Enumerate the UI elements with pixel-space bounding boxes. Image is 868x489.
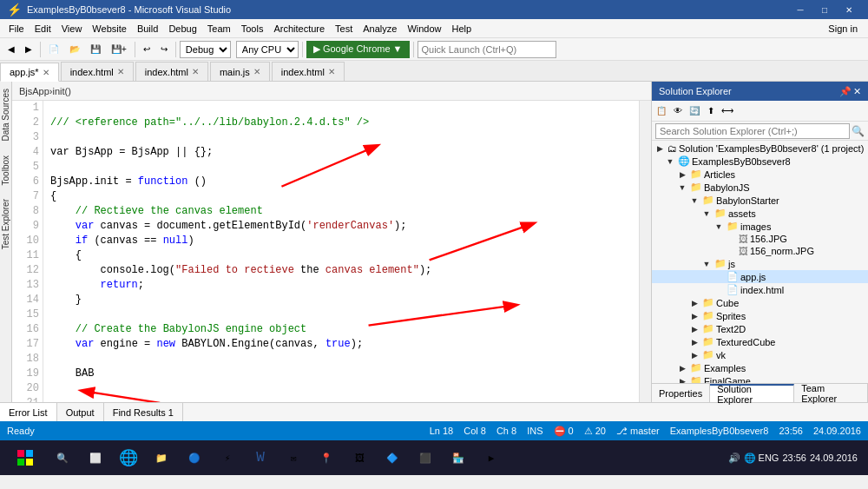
taskbar-vs[interactable]: ⚡ bbox=[212, 441, 243, 474]
tree-articles[interactable]: ▶ 📁 Articles bbox=[652, 168, 868, 181]
menu-debug[interactable]: Debug bbox=[163, 22, 201, 36]
menu-test[interactable]: Test bbox=[330, 22, 358, 36]
taskbar-maps[interactable]: 📍 bbox=[311, 441, 342, 474]
toolbox-label[interactable]: Toolbox bbox=[0, 149, 11, 192]
toolbar-back[interactable]: ◀ bbox=[3, 41, 19, 58]
tree-babylonstarter[interactable]: ▼ 📁 BabylonStarter bbox=[652, 194, 868, 207]
sol-refresh-btn[interactable]: 🔄 bbox=[687, 103, 702, 119]
taskbar-cmd[interactable]: ⬛ bbox=[410, 441, 441, 474]
menu-tools[interactable]: Tools bbox=[236, 22, 269, 36]
menu-team[interactable]: Team bbox=[202, 22, 236, 36]
taskbar-blender[interactable]: 🔷 bbox=[377, 441, 408, 474]
toolbar-save[interactable]: 💾 bbox=[86, 41, 105, 58]
maximize-button[interactable]: □ bbox=[812, 0, 837, 19]
tab-close-appjs[interactable]: ✕ bbox=[43, 68, 49, 77]
tree-appjs[interactable]: 📄 app.js bbox=[652, 270, 868, 283]
tab-appjs[interactable]: app.js* ✕ bbox=[0, 63, 59, 82]
sol-pin-button[interactable]: 📌 bbox=[839, 86, 852, 97]
debug-config-select[interactable]: Debug bbox=[180, 41, 231, 58]
menu-architecture[interactable]: Architecture bbox=[268, 22, 330, 36]
code-editor[interactable]: /// <reference path="../../lib/babylon.2… bbox=[43, 101, 639, 402]
sol-tab-solution-explorer[interactable]: Solution Explorer bbox=[710, 384, 794, 402]
tree-156normjpg[interactable]: 🖼 156_norm.JPG bbox=[652, 245, 868, 257]
sol-show-all-btn[interactable]: 👁 bbox=[670, 103, 686, 119]
taskbar-word[interactable]: W bbox=[245, 441, 276, 474]
menu-help[interactable]: Help bbox=[447, 22, 477, 36]
toolbar-new[interactable]: 📄 bbox=[44, 41, 63, 58]
menu-window[interactable]: Window bbox=[402, 22, 446, 36]
tree-solution[interactable]: ▶ 🗂 Solution 'ExamplesByB0bsever8' (1 pr… bbox=[652, 142, 868, 155]
menu-view[interactable]: View bbox=[56, 22, 88, 36]
toolbar-open[interactable]: 📂 bbox=[65, 41, 84, 58]
solution-tree[interactable]: ▶ 🗂 Solution 'ExamplesByB0bsever8' (1 pr… bbox=[652, 141, 868, 383]
tree-js[interactable]: ▼ 📁 js bbox=[652, 257, 868, 270]
tree-assets[interactable]: ▼ 📁 assets bbox=[652, 207, 868, 220]
texturedcube-label: TexturedCube bbox=[716, 337, 776, 347]
menu-website[interactable]: Website bbox=[87, 22, 132, 36]
tab-indexhtml1[interactable]: index.html ✕ bbox=[61, 62, 134, 81]
menu-build[interactable]: Build bbox=[132, 22, 163, 36]
toolbar-redo[interactable]: ↪ bbox=[156, 41, 172, 58]
tree-indexhtml-bs[interactable]: 📄 index.html bbox=[652, 283, 868, 296]
sol-sync-btn[interactable]: ⟷ bbox=[720, 103, 735, 119]
menu-edit[interactable]: Edit bbox=[30, 22, 56, 36]
menu-file[interactable]: File bbox=[3, 22, 30, 36]
cpu-select[interactable]: Any CPU bbox=[236, 41, 299, 58]
tree-finalgame[interactable]: ▶ 📁 FinalGame bbox=[652, 374, 868, 383]
sol-tab-team-explorer[interactable]: Team Explorer bbox=[794, 384, 868, 402]
close-button[interactable]: ✕ bbox=[837, 0, 861, 19]
taskbar-media[interactable]: ▶ bbox=[476, 441, 507, 474]
tab-indexhtml3[interactable]: index.html ✕ bbox=[272, 62, 345, 81]
tree-babylonjs[interactable]: ▼ 📁 BabylonJS bbox=[652, 181, 868, 194]
solution-search-input[interactable] bbox=[655, 123, 850, 139]
tree-texturedcube[interactable]: ▶ 📁 TexturedCube bbox=[652, 335, 868, 348]
tree-cube[interactable]: ▶ 📁 Cube bbox=[652, 296, 868, 309]
menu-analyze[interactable]: Analyze bbox=[358, 22, 402, 36]
tree-examples[interactable]: ▶ 📁 Examples bbox=[652, 361, 868, 374]
taskbar-taskview[interactable]: ⬜ bbox=[80, 441, 111, 474]
datasources-label[interactable]: Data Sources bbox=[0, 82, 11, 149]
taskbar-search[interactable]: 🔍 bbox=[47, 441, 78, 474]
texturedcube-arrow: ▶ bbox=[688, 338, 700, 347]
tab-close-indexhtml3[interactable]: ✕ bbox=[328, 67, 335, 76]
tab-output[interactable]: Output bbox=[57, 403, 104, 421]
tab-close-indexhtml2[interactable]: ✕ bbox=[192, 67, 199, 76]
window-controls[interactable]: ─ □ ✕ bbox=[788, 0, 861, 19]
tab-find-results[interactable]: Find Results 1 bbox=[104, 403, 183, 421]
run-button[interactable]: ▶ Google Chrome ▼ bbox=[306, 41, 410, 58]
taskbar-edge[interactable]: 🌐 bbox=[113, 441, 144, 474]
toolbar-save-all[interactable]: 💾+ bbox=[107, 41, 131, 58]
code-scrollbar[interactable] bbox=[639, 101, 651, 402]
tree-vk[interactable]: ▶ 📁 vk bbox=[652, 348, 868, 361]
tab-mainjs[interactable]: main.js ✕ bbox=[210, 62, 270, 81]
sol-close-button[interactable]: ✕ bbox=[853, 86, 861, 97]
status-date: 24.09.2016 bbox=[813, 426, 861, 437]
toolbar-forward[interactable]: ▶ bbox=[21, 41, 36, 58]
taskbar-photos[interactable]: 🖼 bbox=[344, 441, 375, 474]
sol-collapse-btn[interactable]: ⬆ bbox=[703, 103, 719, 119]
minimize-button[interactable]: ─ bbox=[788, 0, 812, 19]
tab-error-list[interactable]: Error List bbox=[0, 403, 57, 421]
code-content[interactable]: 1234 5678 9101112 13141516 17181920 2122… bbox=[12, 101, 651, 402]
tree-sprites[interactable]: ▶ 📁 Sprites bbox=[652, 309, 868, 322]
taskbar-store[interactable]: 🏪 bbox=[443, 441, 474, 474]
tree-156jpg[interactable]: 🖼 156.JPG bbox=[652, 233, 868, 245]
tree-project[interactable]: ▼ 🌐 ExamplesByB0bsever8 bbox=[652, 155, 868, 168]
sign-in-link[interactable]: Sign in bbox=[821, 22, 865, 36]
quick-launch-input[interactable] bbox=[418, 41, 556, 58]
tree-text2d[interactable]: ▶ 📁 Text2D bbox=[652, 322, 868, 335]
tab-close-mainjs[interactable]: ✕ bbox=[253, 67, 260, 76]
start-button[interactable] bbox=[3, 441, 47, 474]
svg-rect-7 bbox=[17, 459, 24, 466]
tab-indexhtml2[interactable]: index.html ✕ bbox=[135, 62, 208, 81]
tree-images[interactable]: ▼ 📁 images bbox=[652, 220, 868, 233]
sol-properties-btn[interactable]: 📋 bbox=[654, 103, 669, 119]
testexplorer-label[interactable]: Test Explorer bbox=[0, 192, 11, 256]
toolbar-sep3 bbox=[175, 42, 176, 57]
tab-close-indexhtml1[interactable]: ✕ bbox=[117, 67, 124, 76]
taskbar-chrome[interactable]: 🔵 bbox=[179, 441, 210, 474]
toolbar-undo[interactable]: ↩ bbox=[139, 41, 155, 58]
sol-tab-properties[interactable]: Properties bbox=[652, 384, 710, 402]
taskbar-explorer[interactable]: 📁 bbox=[146, 441, 177, 474]
taskbar-email[interactable]: ✉ bbox=[278, 441, 309, 474]
